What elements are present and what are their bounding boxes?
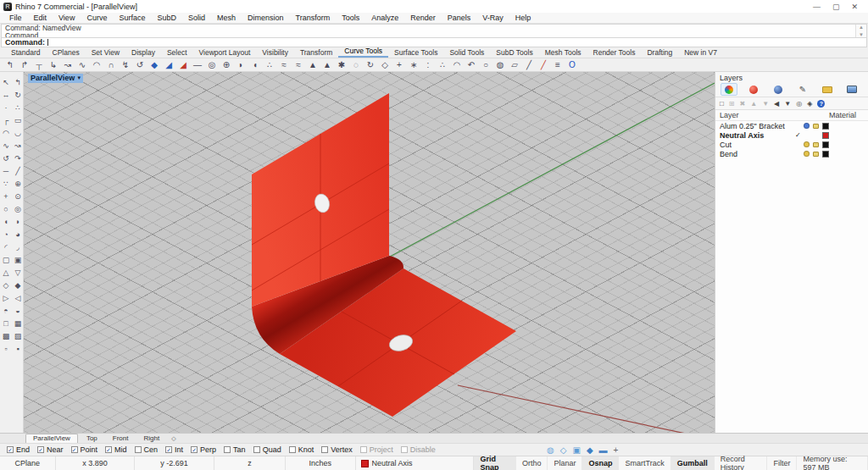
- layer-visibility-bulb-icon[interactable]: [804, 151, 810, 157]
- status-toggle[interactable]: SmartTrack: [619, 456, 670, 470]
- arc-icon[interactable]: ◠: [92, 60, 102, 70]
- checkbox[interactable]: [165, 446, 172, 453]
- line-segments-icon[interactable]: ↳: [48, 60, 58, 70]
- checkbox[interactable]: [224, 446, 231, 453]
- square-icon[interactable]: □: [3, 318, 8, 329]
- dot-small-icon[interactable]: ▫: [4, 344, 7, 354]
- layer-row[interactable]: Cut ✓: [715, 140, 868, 149]
- menu-item[interactable]: V-Ray: [476, 14, 509, 22]
- toolbar-tab[interactable]: SubD Tools: [490, 47, 538, 58]
- menu-item[interactable]: Panels: [442, 14, 477, 22]
- layer-color-swatch[interactable]: [822, 151, 829, 158]
- fillet-corner-icon[interactable]: ▲: [308, 60, 318, 70]
- circle-point-icon[interactable]: ⊙: [14, 191, 21, 202]
- checkbox[interactable]: [105, 446, 112, 453]
- line-midpoint-icon[interactable]: ┬: [34, 60, 44, 70]
- pan-icon[interactable]: +: [614, 445, 619, 455]
- point-grid-icon[interactable]: ∴: [264, 60, 275, 70]
- layer-row[interactable]: Bend ✓: [715, 149, 868, 158]
- current-layer-cell[interactable]: Neutral Axis: [356, 456, 475, 470]
- menu-item[interactable]: Render: [404, 14, 442, 22]
- circle-tangent-icon[interactable]: ◎: [14, 204, 21, 214]
- arc-quarter-icon[interactable]: ◔: [3, 229, 8, 240]
- triangle-down-icon[interactable]: ▽: [15, 268, 21, 278]
- display-ball-icon[interactable]: [745, 83, 762, 96]
- cross-icon[interactable]: +: [3, 191, 8, 202]
- checkbox[interactable]: [360, 446, 367, 453]
- toolbar-tab[interactable]: Transform: [294, 47, 338, 58]
- layer-color-swatch[interactable]: [822, 132, 829, 139]
- rebuild-icon[interactable]: ↻: [365, 60, 376, 70]
- dot-icon[interactable]: ▪: [16, 344, 19, 354]
- menu-item[interactable]: File: [3, 14, 28, 22]
- grid-square-icon[interactable]: ▦: [14, 318, 22, 329]
- ellipse-left-icon[interactable]: ◖: [3, 217, 8, 227]
- circle-deform-icon[interactable]: ○: [481, 60, 491, 70]
- corner-arc-icon[interactable]: ◜: [4, 242, 8, 252]
- offset-loose-icon[interactable]: ◌: [351, 60, 361, 70]
- viewport-tab[interactable]: Front: [106, 434, 136, 443]
- viewport-tab[interactable]: Top: [80, 434, 104, 443]
- dash-icon[interactable]: —: [192, 60, 203, 70]
- arc-reverse-icon[interactable]: ◡: [14, 128, 21, 138]
- toolbar-tab[interactable]: CPlanes: [47, 47, 86, 58]
- status-toggle[interactable]: Memory use: 597 MB: [797, 456, 868, 470]
- rounded-rect-icon[interactable]: ▢: [3, 255, 10, 265]
- filter-icon[interactable]: ▼: [784, 100, 791, 108]
- status-toggle[interactable]: Planar: [548, 456, 582, 470]
- circle-point-icon[interactable]: ⊕: [221, 60, 231, 70]
- checkbox[interactable]: [289, 446, 296, 453]
- shaded-sphere-icon[interactable]: ◍: [547, 445, 554, 455]
- parallelogram-icon[interactable]: ▱: [509, 60, 520, 70]
- interpolate-curve-icon[interactable]: ↝: [63, 60, 73, 70]
- insert-knot-icon[interactable]: :: [423, 60, 433, 70]
- delete-layer-icon[interactable]: ✖: [740, 100, 746, 108]
- osnap-option[interactable]: Knot: [289, 445, 314, 454]
- toolbar-tab[interactable]: Visibility: [256, 47, 294, 58]
- move-down-icon[interactable]: ▼: [762, 100, 769, 108]
- viewport-tab[interactable]: ParallelView: [25, 434, 78, 443]
- find-icon[interactable]: ◎: [796, 100, 802, 108]
- bricks-icon[interactable]: ▬: [599, 445, 608, 455]
- menu-item[interactable]: SubD: [151, 14, 182, 22]
- chamfer-icon[interactable]: ▲: [322, 60, 332, 70]
- rectangle-plan-icon[interactable]: ▭: [14, 115, 22, 125]
- adjust-end-bulge-icon[interactable]: ◠: [452, 60, 462, 70]
- checkbox[interactable]: [253, 446, 260, 453]
- osnap-option[interactable]: Tan: [224, 445, 246, 454]
- checkbox[interactable]: [321, 446, 328, 453]
- menu-item[interactable]: Help: [509, 14, 537, 22]
- command-history[interactable]: Command: NamedViewCommand ▲ ▼: [1, 24, 867, 38]
- menu-item[interactable]: Solid: [182, 14, 211, 22]
- layer-visibility-bulb-icon[interactable]: [804, 141, 810, 147]
- scroll-up-icon[interactable]: ▲: [859, 25, 864, 30]
- osnap-option[interactable]: Near: [37, 445, 64, 454]
- status-toggle[interactable]: Filter: [767, 456, 797, 470]
- command-input[interactable]: Command:: [1, 38, 867, 47]
- layer-lock-icon[interactable]: [813, 124, 819, 129]
- minimize-button[interactable]: —: [813, 3, 821, 11]
- status-toggle[interactable]: Grid Snap: [474, 456, 516, 470]
- tools-icon[interactable]: ◈: [807, 100, 812, 108]
- hatch-icon[interactable]: ▩: [3, 331, 10, 341]
- play-icon[interactable]: ▷: [3, 293, 9, 303]
- layer-lock-icon[interactable]: [813, 142, 819, 147]
- menu-item[interactable]: Analyze: [365, 14, 404, 22]
- command-scrollbar[interactable]: ▲ ▼: [855, 25, 866, 37]
- helix-icon[interactable]: ↺: [135, 60, 145, 70]
- point-icon[interactable]: ·: [5, 102, 8, 113]
- diagonal-line-icon[interactable]: ╱: [15, 166, 19, 176]
- osnap-option[interactable]: Int: [165, 445, 183, 454]
- rotate-icon[interactable]: ↻: [14, 90, 21, 100]
- menu-item[interactable]: Surface: [113, 14, 151, 22]
- diamond-view-icon[interactable]: ◆: [587, 445, 593, 455]
- toolbar-tab[interactable]: Standard: [5, 47, 47, 58]
- ellipse-half-icon[interactable]: ◖: [250, 60, 260, 70]
- shade-icon[interactable]: ▨: [14, 331, 22, 341]
- osnap-option[interactable]: Project: [360, 445, 393, 454]
- refit-icon[interactable]: ◇: [380, 60, 390, 70]
- freeform-curve-icon[interactable]: ∿: [3, 141, 9, 151]
- pencil-blue-icon[interactable]: ◢: [164, 60, 174, 70]
- diamond-icon[interactable]: ◇: [3, 280, 9, 290]
- toolbar-tab[interactable]: Render Tools: [587, 47, 642, 58]
